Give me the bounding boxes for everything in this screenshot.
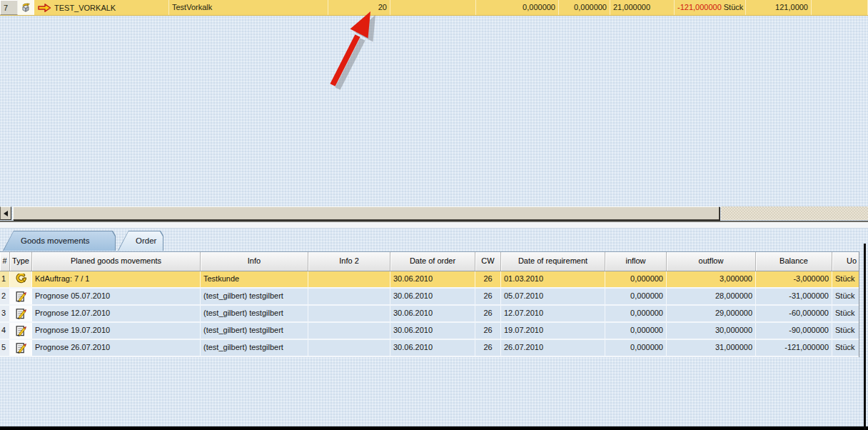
col-header-planed[interactable]: Planed goods movements <box>32 252 201 271</box>
unit-of-measure: Stück <box>832 340 859 356</box>
left-triangle-icon <box>4 211 8 216</box>
balance-unit: Stück <box>724 3 744 11</box>
outflow: 30,000000 <box>667 323 756 339</box>
balance: -3,000000 <box>756 271 832 287</box>
info: (test_gilbert) testgilbert <box>201 323 308 339</box>
total-value: 121,0000 <box>746 0 812 15</box>
info: Testkunde <box>201 271 308 287</box>
unit-of-measure: Stück <box>832 289 859 304</box>
table-row[interactable]: 5 Prognose 26.07.2010 (test_gilbert) tes… <box>0 340 859 357</box>
date-of-requirement: 12.07.2010 <box>501 306 605 321</box>
panel-divider <box>0 221 868 229</box>
tab-order[interactable]: Order <box>118 231 163 251</box>
scrollbar-left-arrow-button[interactable] <box>0 206 11 220</box>
inflow: 0,000000 <box>605 289 667 304</box>
prognosis-edit-icon-cell <box>10 306 32 321</box>
info2 <box>308 340 390 356</box>
table-row[interactable]: 2 Prognose 05.07.2010 (test_gilbert) tes… <box>0 289 859 306</box>
balance-value: -121,000000 <box>677 3 722 11</box>
balance-cell: -121,000000Stück <box>675 0 746 15</box>
col-header-balance[interactable]: Balance <box>756 252 832 271</box>
date-of-order: 30.06.2010 <box>390 306 475 321</box>
balance: -90,000000 <box>756 323 832 339</box>
table-row[interactable]: 4 Prognose 19.07.2010 (test_gilbert) tes… <box>0 323 859 340</box>
tab-goods-movements[interactable]: Goods movements <box>3 231 116 251</box>
planed-goods-movement: Prognose 05.07.2010 <box>32 289 201 304</box>
inflow: 0,000000 <box>605 306 667 321</box>
unit-of-measure: Stück <box>832 271 859 287</box>
date-of-requirement: 05.07.2010 <box>501 289 605 304</box>
col-header-inflow[interactable]: inflow <box>605 252 667 271</box>
goods-movements-table: # Type Planed goods movements Info Info … <box>0 251 859 357</box>
date-of-order: 30.06.2010 <box>390 289 475 304</box>
col-header-date-of-requirement[interactable]: Date of requirement <box>501 252 605 271</box>
prognosis-edit-icon <box>16 325 26 336</box>
prognosis-edit-icon <box>16 291 26 302</box>
transfer-arrow-right-icon <box>37 3 51 13</box>
col-header-date-of-order[interactable]: Date of order <box>390 252 475 271</box>
outflow: 28,000000 <box>667 289 756 304</box>
info2 <box>308 323 390 339</box>
table-header-row: # Type Planed goods movements Info Info … <box>0 252 859 271</box>
empty-cell <box>812 0 868 15</box>
row-num: 1 <box>0 271 10 287</box>
outflow: 31,000000 <box>667 340 756 356</box>
prognosis-edit-icon-cell <box>10 289 32 304</box>
col-header-cw[interactable]: CW <box>475 252 501 271</box>
prognosis-edit-icon <box>16 308 26 319</box>
tab-label: Goods movements <box>3 231 116 251</box>
col-header-outflow[interactable]: outflow <box>667 252 756 271</box>
lower-panel-tabbar: Goods movements Order <box>3 231 166 251</box>
table-row[interactable]: 1 KdAuftrag: 7 / 1 Testkunde 30.06.2010 … <box>0 271 859 289</box>
row-number: 7 <box>0 0 18 15</box>
calendar-week: 26 <box>475 323 501 339</box>
tab-label: Order <box>118 231 163 251</box>
value-a: 0,000000 <box>476 0 559 15</box>
info2 <box>308 306 390 321</box>
calendar-week: 26 <box>475 271 501 287</box>
value-b: 0,000000 <box>559 0 610 15</box>
col-header-num[interactable]: # <box>0 252 10 271</box>
part-quantity: 20 <box>328 0 390 15</box>
prognosis-edit-icon-cell <box>10 323 32 339</box>
parts-list-selected-row[interactable]: 7 TEST_VORKALK TestVorkalk 20 0,000000 0… <box>0 0 868 16</box>
unit-of-measure: Stück <box>832 306 859 321</box>
calendar-week: 26 <box>475 289 501 304</box>
customer-order-icon <box>16 274 26 285</box>
planed-goods-movement: Prognose 12.07.2010 <box>32 306 201 321</box>
col-header-type[interactable]: Type <box>10 252 32 271</box>
planed-goods-movement: Prognose 26.07.2010 <box>32 340 201 356</box>
unit-of-measure: Stück <box>832 323 859 339</box>
row-num: 5 <box>0 340 10 356</box>
balance: -121,000000 <box>756 340 832 356</box>
scrollbar-track[interactable] <box>721 206 868 220</box>
part-name: TEST_VORKALK <box>54 1 116 15</box>
annotation-red-arrow <box>314 4 393 91</box>
table-row[interactable]: 3 Prognose 12.07.2010 (test_gilbert) tes… <box>0 306 859 323</box>
col-header-info2[interactable]: Info 2 <box>308 252 390 271</box>
outflow: 3,000000 <box>667 271 756 287</box>
screenshot-right-border <box>864 244 866 430</box>
assembly-cube-icon <box>21 1 31 14</box>
date-of-order: 30.06.2010 <box>390 271 475 287</box>
date-of-requirement: 19.07.2010 <box>501 323 605 339</box>
row-num: 3 <box>0 306 10 321</box>
row-num: 2 <box>0 289 10 304</box>
col-header-info[interactable]: Info <box>201 252 308 271</box>
inflow: 0,000000 <box>605 323 667 339</box>
date-of-requirement: 26.07.2010 <box>501 340 605 356</box>
col-header-uom[interactable]: Uo <box>832 252 859 271</box>
info: (test_gilbert) testgilbert <box>201 306 308 321</box>
date-of-order: 30.06.2010 <box>390 323 475 339</box>
horizontal-scrollbar <box>0 206 868 221</box>
prognosis-edit-icon-cell <box>10 340 32 356</box>
mrp-parts-list-screen: 7 TEST_VORKALK TestVorkalk 20 0,000000 0… <box>0 0 868 430</box>
empty-cell <box>390 0 476 15</box>
scrollbar-thumb[interactable] <box>13 206 720 220</box>
calendar-week: 26 <box>475 340 501 356</box>
screenshot-bottom-border <box>0 426 868 430</box>
inflow: 0,000000 <box>605 271 667 287</box>
balance: -31,000000 <box>756 289 832 304</box>
info2 <box>308 289 390 304</box>
part-description: TestVorkalk <box>169 0 328 15</box>
